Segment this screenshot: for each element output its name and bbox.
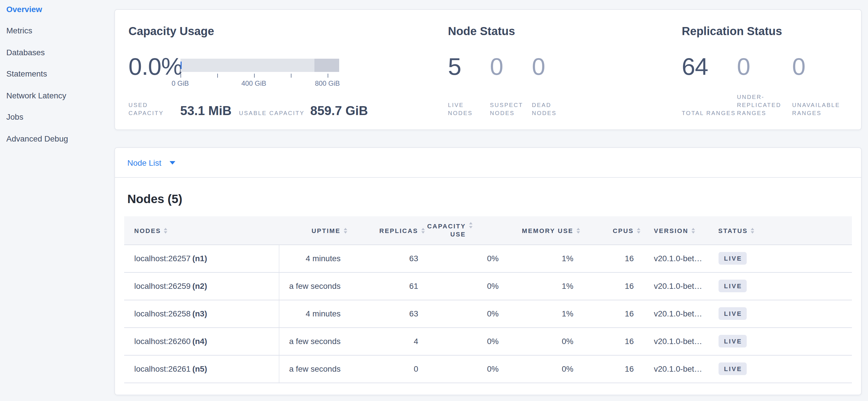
capacity-use-cell: 0% xyxy=(426,300,506,327)
sidebar-item-metrics[interactable]: Metrics xyxy=(0,20,114,41)
sort-icon[interactable] xyxy=(751,228,754,234)
uptime-cell: a few seconds xyxy=(279,272,348,300)
column-header-uptime-label: UPTIME xyxy=(312,227,341,234)
total-ranges-label: TOTAL RANGES xyxy=(682,109,737,117)
node-id: (n3) xyxy=(192,309,207,318)
column-header-nodes[interactable]: NODES xyxy=(124,216,279,245)
column-header-uptime[interactable]: UPTIME xyxy=(279,216,348,245)
sort-icon[interactable] xyxy=(637,228,640,234)
node-list-dropdown[interactable]: Node List xyxy=(115,148,861,178)
unavailable-ranges-count: 0 xyxy=(792,55,847,78)
total-ranges-count: 64 xyxy=(682,55,737,78)
status-badge: LIVE xyxy=(718,363,747,375)
capacity-usage-title: Capacity Usage xyxy=(128,24,448,38)
nodes-heading: Nodes (5) xyxy=(127,192,848,206)
sidebar-item-advanced-debug[interactable]: Advanced Debug xyxy=(0,128,114,149)
replicas-cell: 0 xyxy=(348,355,426,382)
sidebar-item-statements[interactable]: Statements xyxy=(0,63,114,85)
version-cell: v20.1.0-bet… xyxy=(641,300,710,327)
sort-icon[interactable] xyxy=(164,228,167,234)
used-capacity-stat: USED CAPACITY 53.1 MiB xyxy=(128,101,232,117)
capacity-gauge-chart: 0 GiB 400 GiB 800 GiB xyxy=(180,59,339,85)
node-address[interactable]: localhost:26258 xyxy=(134,309,191,318)
capacity-gauge-axis-labels: 0 GiB 400 GiB 800 GiB xyxy=(180,79,339,87)
column-header-cpus-label: CPUS xyxy=(613,227,634,234)
dead-nodes-label: DEAD NODES xyxy=(532,101,574,117)
node-address[interactable]: localhost:26260 xyxy=(134,337,191,346)
live-nodes-count: 5 xyxy=(448,55,490,78)
table-row: localhost:26261(n5) a few seconds 0 0% 0… xyxy=(124,355,852,382)
main-content: Capacity Usage 0.0% 0 xyxy=(114,0,862,395)
sidebar-item-jobs[interactable]: Jobs xyxy=(0,106,114,128)
replicas-cell: 63 xyxy=(348,300,426,327)
column-header-capacity-use-label: CAPACITY USE xyxy=(426,222,466,238)
node-address[interactable]: localhost:26261 xyxy=(134,364,191,373)
column-header-memory-use[interactable]: MEMORY USE xyxy=(506,216,581,245)
capacity-usage-section: Capacity Usage 0.0% 0 xyxy=(128,24,448,130)
table-row: localhost:26259(n2) a few seconds 61 0% … xyxy=(124,272,852,300)
sort-icon[interactable] xyxy=(469,222,509,228)
column-header-replicas[interactable]: REPLICAS xyxy=(348,216,426,245)
node-list-dropdown-label[interactable]: Node List xyxy=(127,158,161,167)
sort-icon[interactable] xyxy=(421,228,425,234)
sort-icon[interactable] xyxy=(691,228,695,234)
sidebar-item-network-latency[interactable]: Network Latency xyxy=(0,85,114,106)
sort-icon[interactable] xyxy=(576,228,580,234)
node-address[interactable]: localhost:26257 xyxy=(134,254,191,263)
usable-capacity-value: 859.7 GiB xyxy=(310,104,368,117)
replicas-cell: 4 xyxy=(348,327,426,355)
memory-use-cell: 1% xyxy=(506,300,581,327)
table-header-row: NODES UPTIME REPLICAS CAPACITY USE MEMOR xyxy=(124,216,852,245)
axis-label-400gib: 400 GiB xyxy=(242,79,267,87)
under-replicated-ranges-label: UNDER-REPLICATED RANGES xyxy=(737,93,792,117)
memory-use-cell: 0% xyxy=(506,355,581,382)
node-id: (n2) xyxy=(192,281,207,290)
capacity-gauge-reserved-segment xyxy=(314,59,339,72)
cluster-summary-card: Capacity Usage 0.0% 0 xyxy=(114,9,862,130)
column-header-status[interactable]: STATUS xyxy=(710,216,852,245)
cpus-cell: 16 xyxy=(581,300,641,327)
status-badge: LIVE xyxy=(718,252,747,265)
node-id: (n1) xyxy=(192,254,207,263)
replicas-cell: 61 xyxy=(348,272,426,300)
used-capacity-value: 53.1 MiB xyxy=(180,104,232,117)
column-header-memory-use-label: MEMORY USE xyxy=(522,227,574,234)
sidebar-item-databases[interactable]: Databases xyxy=(0,41,114,63)
node-address[interactable]: localhost:26259 xyxy=(134,281,191,290)
capacity-use-cell: 0% xyxy=(426,272,506,300)
cpus-cell: 16 xyxy=(581,327,641,355)
cpus-cell: 16 xyxy=(581,355,641,382)
live-nodes-label: LIVE NODES xyxy=(448,101,490,117)
sidebar-item-overview[interactable]: Overview xyxy=(0,0,114,20)
status-badge: LIVE xyxy=(718,307,747,320)
chevron-down-icon xyxy=(169,161,175,164)
sort-icon[interactable] xyxy=(343,228,347,234)
uptime-cell: 4 minutes xyxy=(279,300,348,327)
capacity-use-cell: 0% xyxy=(426,355,506,382)
table-row: localhost:26258(n3) 4 minutes 63 0% 1% 1… xyxy=(124,300,852,327)
nodes-card: Node List Nodes (5) NODES UPTIME xyxy=(114,147,862,395)
version-cell: v20.1.0-bet… xyxy=(641,327,710,355)
column-header-version[interactable]: VERSION xyxy=(641,216,710,245)
uptime-cell: 4 minutes xyxy=(279,245,348,272)
capacity-use-cell: 0% xyxy=(426,245,506,272)
table-row: localhost:26257(n1) 4 minutes 63 0% 1% 1… xyxy=(124,245,852,272)
capacity-gauge-used-marker xyxy=(180,62,181,69)
uptime-cell: a few seconds xyxy=(279,327,348,355)
memory-use-cell: 1% xyxy=(506,245,581,272)
node-id: (n4) xyxy=(192,337,207,346)
capacity-gauge-ticks xyxy=(180,74,339,78)
column-header-cpus[interactable]: CPUS xyxy=(581,216,641,245)
status-badge: LIVE xyxy=(718,335,747,347)
column-header-capacity-use[interactable]: CAPACITY USE xyxy=(426,216,506,245)
cpus-cell: 16 xyxy=(581,245,641,272)
node-status-section: Node Status 5 0 0 LIVE NODES SUSPECT NOD… xyxy=(448,24,682,130)
capacity-gauge-bar xyxy=(180,59,339,72)
status-badge: LIVE xyxy=(718,280,747,292)
column-header-version-label: VERSION xyxy=(654,227,688,234)
column-header-nodes-label: NODES xyxy=(134,227,161,234)
node-id: (n5) xyxy=(192,364,207,373)
usable-capacity-stat: USABLE CAPACITY 859.7 GiB xyxy=(239,104,368,117)
uptime-cell: a few seconds xyxy=(279,355,348,382)
version-cell: v20.1.0-bet… xyxy=(641,272,710,300)
